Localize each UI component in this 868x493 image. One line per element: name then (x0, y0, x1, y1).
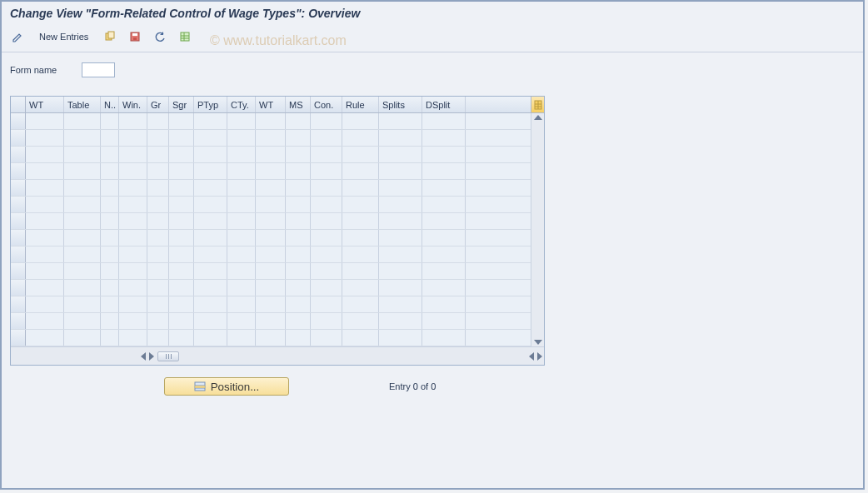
grid-cell[interactable] (147, 296, 169, 312)
grid-cell[interactable] (101, 280, 119, 296)
grid-cell[interactable] (311, 197, 342, 212)
grid-cell[interactable] (26, 330, 64, 346)
grid-cell[interactable] (119, 280, 147, 296)
form-name-input[interactable] (82, 62, 115, 77)
grid-cell[interactable] (286, 163, 311, 179)
grid-cell[interactable] (379, 263, 422, 279)
grid-cell[interactable] (101, 197, 119, 212)
grid-cell[interactable] (311, 230, 342, 246)
grid-cell[interactable] (256, 263, 286, 279)
grid-cell[interactable] (379, 230, 422, 246)
grid-cell[interactable] (311, 280, 342, 296)
grid-cell[interactable] (422, 230, 466, 246)
grid-cell[interactable] (286, 147, 311, 162)
scroll-handle[interactable] (157, 351, 179, 361)
grid-cell[interactable] (286, 197, 311, 212)
grid-cell[interactable] (227, 230, 256, 246)
grid-cell[interactable] (64, 263, 101, 279)
grid-cell[interactable] (64, 197, 101, 212)
grid-cell[interactable] (256, 213, 286, 229)
grid-cell[interactable] (286, 263, 311, 279)
grid-cell[interactable] (256, 180, 286, 196)
grid-cell[interactable] (64, 163, 101, 179)
grid-cell[interactable] (169, 180, 194, 196)
col-header[interactable]: Sgr (169, 97, 194, 112)
row-selector[interactable] (11, 147, 26, 162)
grid-cell[interactable] (286, 130, 311, 146)
grid-cell[interactable] (119, 163, 147, 179)
grid-cell[interactable] (169, 230, 194, 246)
grid-cell[interactable] (379, 180, 422, 196)
grid-cell[interactable] (26, 130, 64, 146)
grid-corner[interactable] (11, 97, 26, 112)
grid-cell[interactable] (422, 313, 466, 329)
grid-cell[interactable] (119, 213, 147, 229)
grid-cell[interactable] (64, 246, 101, 262)
grid-cell[interactable] (286, 213, 311, 229)
grid-cell[interactable] (422, 296, 466, 312)
grid-cell[interactable] (256, 163, 286, 179)
col-header[interactable]: WT (256, 97, 286, 112)
grid-cell[interactable] (342, 330, 379, 346)
grid-cell[interactable] (227, 246, 256, 262)
copy-button[interactable] (101, 28, 119, 45)
col-header[interactable]: Table (64, 97, 101, 112)
grid-cell[interactable] (147, 213, 169, 229)
grid-cell[interactable] (119, 246, 147, 262)
grid-cell[interactable] (379, 147, 422, 162)
grid-cell[interactable] (286, 296, 311, 312)
grid-cell[interactable] (379, 113, 422, 129)
grid-cell[interactable] (169, 246, 194, 262)
grid-cell[interactable] (169, 213, 194, 229)
row-selector[interactable] (11, 280, 26, 296)
grid-cell[interactable] (101, 296, 119, 312)
grid-cell[interactable] (119, 296, 147, 312)
grid-cell[interactable] (169, 296, 194, 312)
grid-cell[interactable] (227, 280, 256, 296)
grid-cell[interactable] (422, 163, 466, 179)
grid-cell[interactable] (26, 213, 64, 229)
grid-cell[interactable] (64, 313, 101, 329)
new-entries-button[interactable]: New Entries (33, 28, 94, 45)
grid-cell[interactable] (194, 180, 227, 196)
grid-cell[interactable] (227, 313, 256, 329)
grid-cell[interactable] (194, 263, 227, 279)
grid-cell[interactable] (379, 280, 422, 296)
grid-cell[interactable] (227, 197, 256, 212)
grid-cell[interactable] (311, 113, 342, 129)
grid-config-button[interactable] (531, 97, 544, 113)
grid-cell[interactable] (422, 197, 466, 212)
row-selector[interactable] (11, 313, 26, 329)
grid-cell[interactable] (227, 113, 256, 129)
grid-cell[interactable] (169, 263, 194, 279)
grid-cell[interactable] (101, 163, 119, 179)
grid-cell[interactable] (26, 230, 64, 246)
grid-cell[interactable] (169, 130, 194, 146)
grid-cell[interactable] (119, 263, 147, 279)
grid-cell[interactable] (147, 113, 169, 129)
horizontal-scrollbar[interactable] (11, 346, 544, 365)
grid-cell[interactable] (342, 197, 379, 212)
grid-cell[interactable] (119, 197, 147, 212)
grid-cell[interactable] (26, 180, 64, 196)
grid-cell[interactable] (147, 180, 169, 196)
grid-cell[interactable] (194, 246, 227, 262)
grid-cell[interactable] (119, 147, 147, 162)
grid-cell[interactable] (26, 313, 64, 329)
grid-cell[interactable] (311, 147, 342, 162)
grid-cell[interactable] (286, 230, 311, 246)
grid-cell[interactable] (256, 280, 286, 296)
grid-cell[interactable] (119, 230, 147, 246)
scroll-left-end-icon[interactable] (529, 352, 534, 361)
grid-cell[interactable] (194, 197, 227, 212)
grid-cell[interactable] (227, 163, 256, 179)
grid-cell[interactable] (286, 180, 311, 196)
grid-cell[interactable] (147, 163, 169, 179)
grid-cell[interactable] (64, 296, 101, 312)
grid-cell[interactable] (256, 313, 286, 329)
grid-cell[interactable] (26, 113, 64, 129)
grid-cell[interactable] (379, 330, 422, 346)
grid-cell[interactable] (64, 113, 101, 129)
grid-cell[interactable] (311, 313, 342, 329)
scroll-left-icon[interactable] (141, 352, 146, 361)
